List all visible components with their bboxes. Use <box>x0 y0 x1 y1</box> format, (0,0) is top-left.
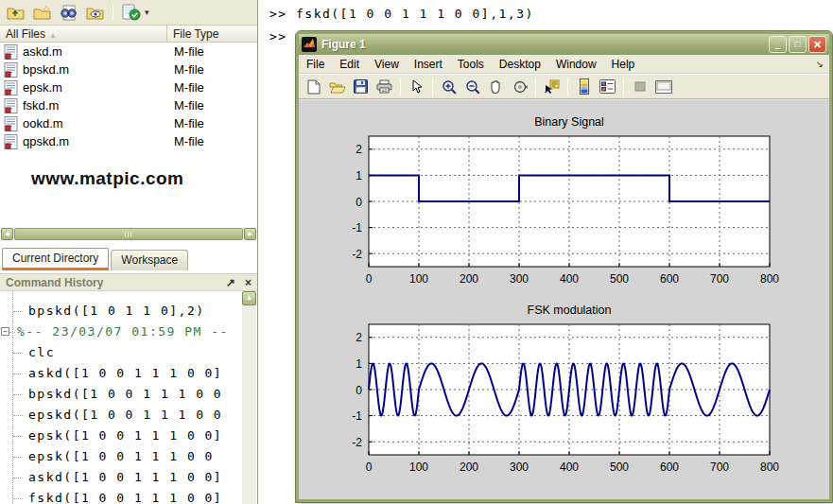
file-name: fskd.m <box>23 98 167 113</box>
file-row[interactable]: qpskd.m M-file <box>0 132 257 150</box>
insert-colorbar-icon[interactable] <box>573 77 595 97</box>
file-row[interactable]: bpskd.m M-file <box>0 61 257 78</box>
menu-insert[interactable]: Insert <box>407 56 450 73</box>
command-line-1: >> fskd([1 0 0 1 1 1 0 0],1,3) <box>269 7 534 21</box>
new-figure-icon[interactable] <box>303 77 324 97</box>
column-file-type[interactable]: File Type <box>167 26 257 42</box>
command-window[interactable]: >> fskd([1 0 0 1 1 1 0 0],1,3) >> Figure… <box>259 0 833 504</box>
figure-titlebar[interactable]: Figure 1 _ □ ✕ <box>299 34 829 55</box>
left-panels: ▾ All Files▲ File Type askd.m M-file bps… <box>0 0 258 504</box>
file-name: epsk.m <box>23 80 167 95</box>
history-item[interactable]: epsk([1 0 0 1 1 1 0 0] <box>0 426 238 446</box>
maximize-icon[interactable]: □ <box>789 36 807 53</box>
tab-workspace[interactable]: Workspace <box>111 250 188 270</box>
toolbar-separator <box>432 78 433 96</box>
file-row[interactable]: fskd.m M-file <box>0 96 257 114</box>
svg-text:600: 600 <box>660 272 679 286</box>
zoom-in-icon[interactable] <box>438 77 460 97</box>
run-checked-file-icon[interactable] <box>121 3 142 23</box>
insert-legend-icon[interactable] <box>597 77 618 97</box>
command-line-2: >> <box>269 29 287 43</box>
m-file-icon <box>4 80 18 96</box>
menu-window[interactable]: Window <box>548 56 604 73</box>
history-item-timestamp[interactable]: −%-- 23/03/07 01:59 PM -- <box>0 322 238 342</box>
file-type: M-file <box>167 62 204 77</box>
new-folder-icon[interactable] <box>31 3 52 23</box>
menu-overflow-icon[interactable]: ↘ <box>816 59 824 69</box>
history-item-clipped[interactable]: - - - <box>0 291 238 301</box>
binary-signal-plot[interactable]: Binary Signal 0100200300400500600700800-… <box>300 103 827 291</box>
scroll-left-icon[interactable]: ◄ <box>1 228 13 240</box>
prompt: >> <box>269 7 287 21</box>
fsk-modulation-plot[interactable]: FSK modulation 0100200300400500600700800… <box>300 291 827 479</box>
svg-text:0: 0 <box>356 196 362 209</box>
zoom-out-icon[interactable] <box>461 77 483 97</box>
command-text: fskd([1 0 0 1 1 1 0 0],1,3) <box>296 7 534 21</box>
scrollbar-thumb[interactable] <box>14 228 243 240</box>
svg-text:1: 1 <box>356 169 362 182</box>
history-item[interactable]: bpskd([1 0 1 1 0],2) <box>0 301 238 322</box>
horizontal-scrollbar[interactable]: ◄ ► <box>1 228 256 240</box>
history-item[interactable]: epsk([1 0 0 1 1 1 0 0 <box>0 446 238 467</box>
up-one-level-icon[interactable] <box>5 3 26 23</box>
svg-text:200: 200 <box>460 461 478 474</box>
figure-canvas: Binary Signal 0100200300400500600700800-… <box>299 100 829 499</box>
figure-window: Figure 1 _ □ ✕ File Edit View Insert Too… <box>296 31 832 502</box>
history-item[interactable]: fskd([1 0 0 1 1 1 0 0] <box>0 488 238 504</box>
command-history-title: Command History <box>6 276 226 289</box>
close-icon[interactable]: × <box>245 276 252 289</box>
figure-toolbar <box>299 74 829 99</box>
dropdown-caret-icon[interactable]: ▾ <box>145 8 149 17</box>
file-row[interactable]: ookd.m M-file <box>0 114 257 132</box>
menu-view[interactable]: View <box>367 56 407 73</box>
menu-file[interactable]: File <box>299 56 332 73</box>
svg-text:100: 100 <box>409 461 428 474</box>
menu-edit[interactable]: Edit <box>332 56 367 73</box>
hide-plot-tools-icon[interactable] <box>629 77 651 97</box>
svg-text:-2: -2 <box>352 436 362 449</box>
menu-tools[interactable]: Tools <box>450 56 492 73</box>
svg-text:700: 700 <box>710 272 729 286</box>
file-list-header[interactable]: All Files▲ File Type <box>0 26 257 43</box>
pan-hand-icon[interactable] <box>485 77 507 97</box>
save-figure-icon[interactable] <box>350 77 372 97</box>
show-plot-tools-icon[interactable] <box>652 77 674 97</box>
svg-text:800: 800 <box>760 461 779 474</box>
menu-desktop[interactable]: Desktop <box>492 56 548 73</box>
prompt: >> <box>269 29 287 43</box>
collapse-expander-icon[interactable]: − <box>1 327 9 336</box>
menu-help[interactable]: Help <box>604 56 643 73</box>
open-file-icon[interactable] <box>326 77 348 97</box>
history-item[interactable]: askd([1 0 0 1 1 1 0 0] <box>0 363 238 384</box>
scroll-right-icon[interactable]: ► <box>244 228 256 240</box>
matlab-desktop: ▾ All Files▲ File Type askd.m M-file bps… <box>0 0 833 504</box>
file-row[interactable]: epsk.m M-file <box>0 78 257 96</box>
scroll-up-icon[interactable]: ▲ <box>242 291 256 305</box>
close-icon[interactable]: ✕ <box>808 36 826 53</box>
print-figure-icon[interactable] <box>373 77 395 97</box>
svg-text:600: 600 <box>660 461 679 474</box>
toolbar-separator <box>623 78 624 96</box>
tab-current-directory[interactable]: Current Directory <box>2 248 109 270</box>
pointer-icon[interactable] <box>406 77 427 97</box>
command-history-header: Command History ↗ × <box>0 273 257 291</box>
column-all-files[interactable]: All Files▲ <box>0 26 167 42</box>
file-row[interactable]: askd.m M-file <box>0 43 257 61</box>
vertical-scrollbar[interactable]: ▲ <box>242 291 256 504</box>
history-item[interactable]: clc <box>0 342 238 363</box>
history-item[interactable]: bpskd([1 0 0 1 1 1 0 0 <box>0 384 238 405</box>
file-type: M-file <box>167 134 204 148</box>
undock-arrow-icon[interactable]: ↗ <box>226 276 235 289</box>
history-list: - - - bpskd([1 0 1 1 0],2) −%-- 23/03/07… <box>0 291 238 504</box>
rotate-3d-icon[interactable] <box>509 77 530 97</box>
history-item[interactable]: askd([1 0 0 1 1 1 0 0] <box>0 467 238 488</box>
find-files-icon[interactable] <box>58 3 78 23</box>
data-cursor-icon[interactable] <box>541 77 563 97</box>
minimize-icon[interactable]: _ <box>769 36 787 53</box>
watermark-text: www.matpic.com <box>31 168 184 189</box>
svg-text:0: 0 <box>356 384 362 397</box>
view-folder-icon[interactable] <box>84 3 105 23</box>
history-item[interactable]: epskd([1 0 0 1 1 1 0 0 <box>0 405 238 426</box>
toolbar-separator <box>567 78 568 96</box>
figure-menubar: File Edit View Insert Tools Desktop Wind… <box>299 55 829 74</box>
